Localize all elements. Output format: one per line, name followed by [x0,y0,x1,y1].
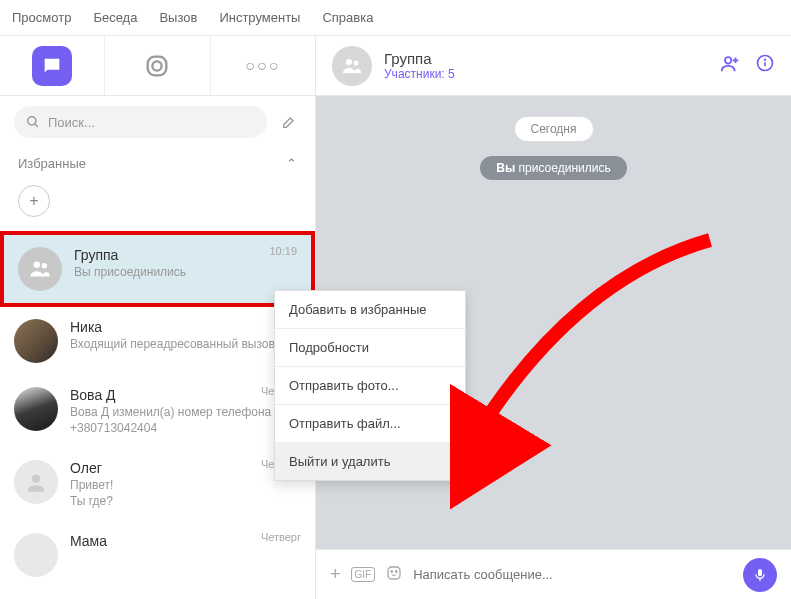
sidebar-tabs: ○○○ [0,36,315,96]
tab-chats[interactable] [0,36,105,95]
info-button[interactable] [755,53,775,79]
participants-count[interactable]: Участники: 5 [384,67,707,81]
sticker-button[interactable] [385,564,403,586]
svg-line-3 [35,124,38,127]
plus-icon: + [29,192,38,210]
tab-more[interactable]: ○○○ [211,36,315,95]
chat-name: Ника [70,319,301,335]
menu-send-file[interactable]: Отправить файл... [275,405,465,443]
chat-preview: Входящий переадресованный вызов [70,337,301,353]
more-icon: ○○○ [245,57,280,75]
svg-point-5 [42,263,47,268]
svg-rect-18 [758,569,762,576]
chat-item[interactable]: Мама Четверг [0,521,315,589]
svg-point-16 [391,570,393,572]
system-message-prefix: Вы [496,161,515,175]
chat-list: Группа Вы присоединились 10:19 Ника Вход… [0,231,315,599]
avatar [14,387,58,431]
chat-item[interactable]: Олег Привет! Ты где? Четверг [0,448,315,521]
chat-preview: Привет! Ты где? [70,478,301,509]
chat-header: Группа Участники: 5 [316,36,791,96]
system-message-text: присоединились [515,161,610,175]
search-icon [26,115,40,129]
menu-tools[interactable]: Инструменты [219,10,300,25]
svg-point-8 [354,60,359,65]
favorites-header[interactable]: Избранные ⌃ [0,148,315,179]
menu-leave-delete[interactable]: Выйти и удалить [275,443,465,480]
mic-icon [752,567,768,583]
menu-send-photo[interactable]: Отправить фото... [275,367,465,405]
info-icon [755,53,775,73]
gif-button[interactable]: GIF [351,567,376,582]
add-participant-button[interactable] [719,53,741,79]
message-input[interactable] [413,567,733,582]
avatar [14,319,58,363]
menu-details[interactable]: Подробности [275,329,465,367]
avatar-blank-icon [14,460,58,504]
menu-chat[interactable]: Беседа [93,10,137,25]
compose-button[interactable] [277,110,301,134]
search-input[interactable]: Поиск... [14,106,267,138]
chat-preview: Вы присоединились [74,265,297,281]
menu-bar: Просмотр Беседа Вызов Инструменты Справк… [0,0,791,36]
edit-icon [281,114,297,130]
avatar-group-icon [18,247,62,291]
menu-view[interactable]: Просмотр [12,10,71,25]
header-avatar-icon [332,46,372,86]
svg-point-2 [28,117,36,125]
svg-point-7 [346,59,352,65]
menu-add-favorites[interactable]: Добавить в избранные [275,291,465,329]
attach-button[interactable]: + [330,564,341,585]
svg-point-6 [32,475,41,484]
chat-bubble-icon [32,46,72,86]
favorites-label: Избранные [18,156,86,171]
chat-name: Группа [74,247,297,263]
date-separator: Сегодня [514,116,594,142]
chat-item-group[interactable]: Группа Вы присоединились 10:19 [0,231,315,307]
chat-preview: Вова Д изменил(а) номер телефона на +380… [70,405,301,436]
chat-time: 10:19 [269,245,297,257]
svg-rect-0 [148,56,167,75]
svg-point-9 [725,57,731,63]
menu-help[interactable]: Справка [322,10,373,25]
add-favorite-button[interactable]: + [18,185,50,217]
chat-time: Четверг [261,531,301,543]
add-user-icon [719,53,741,75]
composer: + GIF [316,549,791,599]
sidebar: ○○○ Поиск... Избранные ⌃ + [0,36,316,599]
context-menu: Добавить в избранные Подробности Отправи… [274,290,466,481]
search-placeholder: Поиск... [48,115,95,130]
system-message: Вы присоединились [480,156,626,180]
svg-point-14 [765,59,766,60]
conversation-title: Группа [384,50,707,67]
tab-public[interactable] [105,36,210,95]
voice-message-button[interactable] [743,558,777,592]
svg-point-17 [396,570,398,572]
chevron-up-icon: ⌃ [286,156,297,171]
sticker-icon [385,564,403,582]
plus-icon: + [330,564,341,584]
chat-item[interactable]: Ника Входящий переадресованный вызов [0,307,315,375]
svg-point-1 [153,61,162,70]
menu-call[interactable]: Вызов [159,10,197,25]
svg-point-4 [34,261,41,268]
svg-rect-15 [388,567,400,579]
avatar-blank-icon [14,533,58,577]
chat-item[interactable]: Вова Д Вова Д изменил(а) номер телефона … [0,375,315,448]
